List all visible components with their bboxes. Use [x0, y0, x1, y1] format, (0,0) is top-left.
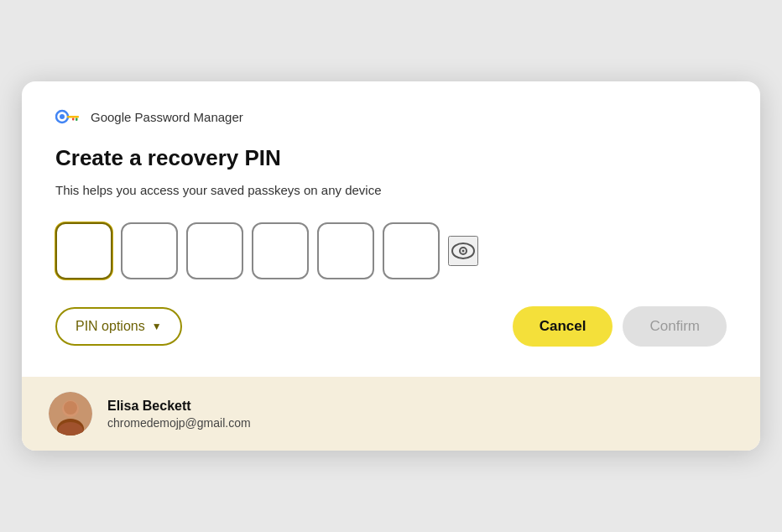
confirm-button[interactable]: Confirm — [623, 306, 727, 347]
toggle-visibility-button[interactable] — [448, 236, 478, 266]
user-name: Elisa Beckett — [107, 399, 251, 414]
eye-icon — [451, 243, 475, 259]
dialog-title: Create a recovery PIN — [55, 145, 727, 171]
dialog-header: Google Password Manager — [55, 108, 727, 125]
pin-field-1[interactable] — [55, 222, 112, 279]
svg-rect-4 — [76, 118, 78, 122]
chevron-down-icon: ▼ — [152, 321, 162, 332]
avatar-image — [49, 392, 92, 436]
pin-options-button[interactable]: PIN options ▼ — [55, 307, 182, 346]
pin-field-4[interactable] — [252, 222, 309, 279]
dialog-actions: PIN options ▼ Cancel Confirm — [55, 306, 727, 347]
pin-options-label: PIN options — [76, 319, 145, 334]
svg-rect-3 — [67, 116, 79, 118]
pin-field-3[interactable] — [186, 222, 243, 279]
cancel-button[interactable]: Cancel — [513, 306, 613, 347]
recovery-pin-dialog: Google Password Manager Create a recover… — [22, 81, 760, 451]
svg-point-2 — [60, 114, 65, 119]
key-icon — [55, 108, 82, 125]
dialog-subtitle: This helps you access your saved passkey… — [55, 183, 727, 197]
pin-input-row — [55, 222, 727, 279]
user-avatar — [49, 392, 92, 436]
pin-field-5[interactable] — [317, 222, 374, 279]
user-email: chromedemojp@gmail.com — [107, 416, 251, 430]
pin-field-6[interactable] — [383, 222, 440, 279]
right-action-buttons: Cancel Confirm — [513, 306, 727, 347]
pin-field-2[interactable] — [121, 222, 178, 279]
dialog-body: Google Password Manager Create a recover… — [22, 81, 760, 377]
svg-point-13 — [64, 401, 77, 415]
app-name: Google Password Manager — [91, 110, 243, 124]
svg-rect-5 — [72, 118, 75, 121]
account-footer: Elisa Beckett chromedemojp@gmail.com — [22, 377, 760, 451]
user-info: Elisa Beckett chromedemojp@gmail.com — [107, 399, 251, 430]
svg-point-8 — [462, 250, 465, 253]
